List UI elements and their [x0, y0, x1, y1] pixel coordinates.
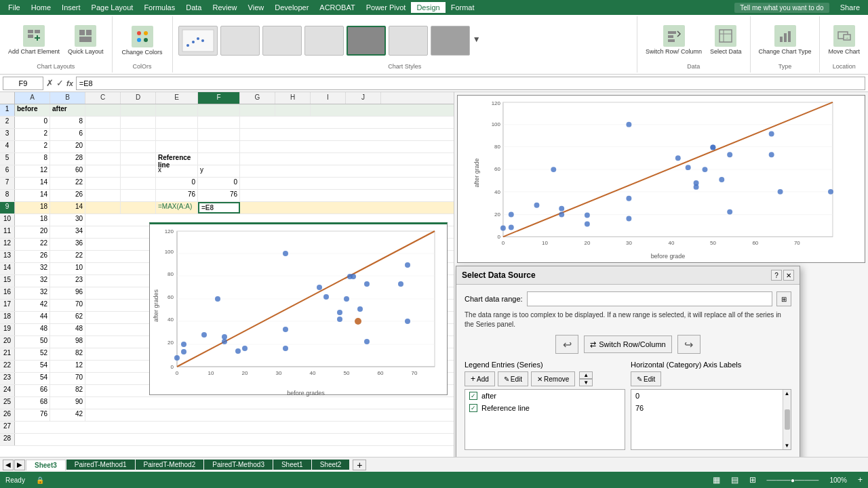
- series-checkbox-after[interactable]: ✓: [469, 392, 477, 400]
- select-data-button[interactable]: Select Data: [707, 24, 745, 57]
- change-colors-button[interactable]: Change Colors: [118, 24, 167, 57]
- undo-arrow-button[interactable]: ↩: [555, 335, 578, 354]
- edit-series-button[interactable]: ✎ Edit: [498, 371, 528, 386]
- edit-axis-button[interactable]: ✎ Edit: [631, 371, 661, 386]
- cell-e9[interactable]: =MAX(A:A): [156, 202, 198, 214]
- cell-c2[interactable]: [85, 117, 121, 128]
- series-checkbox-reference[interactable]: ✓: [469, 404, 477, 412]
- cell-e7[interactable]: 0: [156, 178, 198, 189]
- cell-f1[interactable]: [198, 104, 240, 116]
- add-sheet-button[interactable]: +: [353, 460, 366, 470]
- cell-e5[interactable]: Reference line: [156, 153, 198, 165]
- axis-scrollbar[interactable]: ▲ ▼: [783, 390, 791, 449]
- tab-navigate-right[interactable]: ▶: [14, 460, 25, 470]
- zoom-slider[interactable]: ─────●─────: [767, 476, 819, 484]
- quick-layout-button[interactable]: Quick Layout: [65, 24, 106, 57]
- cell-f7[interactable]: 0: [198, 178, 240, 189]
- switch-row-column-button[interactable]: Switch Row/ Column: [643, 24, 705, 57]
- cell-e6[interactable]: x: [156, 165, 198, 177]
- formula-input[interactable]: =E8: [76, 77, 865, 90]
- col-header-b[interactable]: B: [50, 92, 85, 104]
- ribbon-tab-page-layout[interactable]: Page Layout: [86, 2, 139, 13]
- ribbon-tab-developer[interactable]: Developer: [269, 2, 314, 13]
- move-chart-button[interactable]: → Move Chart: [825, 24, 863, 57]
- cell-a4[interactable]: 2: [15, 141, 50, 152]
- cell-a3[interactable]: 2: [15, 129, 50, 140]
- cell-e1[interactable]: [156, 104, 198, 116]
- col-header-f[interactable]: F: [198, 92, 240, 104]
- cell-a5[interactable]: 8: [15, 153, 50, 165]
- ribbon-tab-data[interactable]: Data: [180, 2, 207, 13]
- chart-style-selected[interactable]: [347, 26, 386, 56]
- row-num[interactable]: 8: [0, 190, 15, 201]
- formula-confirm-icon[interactable]: ✓: [56, 78, 64, 88]
- chart-data-range-select-button[interactable]: ⊞: [776, 291, 791, 306]
- ribbon-tab-acrobat[interactable]: ACROBAT: [314, 2, 360, 13]
- cell-c1[interactable]: [85, 104, 121, 116]
- cell-b5[interactable]: 28: [50, 153, 85, 165]
- view-pagebreak-button[interactable]: ⊞: [749, 475, 756, 485]
- cell-b3[interactable]: 6: [50, 129, 85, 140]
- inline-chart[interactable]: after grades before grades 0 20 40 60 80…: [149, 222, 448, 395]
- add-series-button[interactable]: + Add: [465, 371, 495, 386]
- remove-series-button[interactable]: ✕ Remove: [531, 371, 575, 386]
- col-header-c[interactable]: C: [85, 92, 121, 104]
- chart-style-3[interactable]: [262, 26, 302, 56]
- cell-d2[interactable]: [121, 117, 156, 128]
- col-header-a[interactable]: A: [15, 92, 50, 104]
- cell-e8[interactable]: 76: [156, 190, 198, 201]
- cell-a6[interactable]: 12: [15, 165, 50, 177]
- dialog-help-button[interactable]: ?: [771, 270, 782, 281]
- cell-b1[interactable]: after: [50, 104, 85, 116]
- row-num[interactable]: 3: [0, 129, 15, 140]
- switch-row-column-dialog-button[interactable]: ⇄ Switch Row/Column: [584, 336, 671, 353]
- ribbon-tab-formulas[interactable]: Formulas: [138, 2, 180, 13]
- series-item-after[interactable]: ✓ after: [465, 390, 625, 402]
- chart-styles-expand[interactable]: ▼: [473, 35, 484, 47]
- col-header-i[interactable]: I: [311, 92, 346, 104]
- chart-data-range-input[interactable]: [527, 291, 772, 306]
- sheet-tab-sheet1[interactable]: Sheet1: [273, 460, 311, 470]
- sheet-tab-pairedt3[interactable]: PairedT-Method3: [204, 460, 273, 470]
- search-box[interactable]: Tell me what you want to do: [734, 3, 829, 13]
- share-button[interactable]: Share: [835, 2, 865, 13]
- cell-b4[interactable]: 20: [50, 141, 85, 152]
- tab-navigate-left[interactable]: ◀: [3, 460, 14, 470]
- cell-b2[interactable]: 8: [50, 117, 85, 128]
- row-num[interactable]: 7: [0, 178, 15, 189]
- row-num[interactable]: 4: [0, 141, 15, 152]
- formula-cancel-icon[interactable]: ✗: [46, 78, 54, 88]
- cell-f8[interactable]: 76: [198, 190, 240, 201]
- cell-b6[interactable]: 60: [50, 165, 85, 177]
- series-down-button[interactable]: ▼: [579, 379, 593, 386]
- redo-arrow-button[interactable]: ↪: [677, 335, 701, 354]
- col-header-d[interactable]: D: [121, 92, 156, 104]
- cell-f6[interactable]: y: [198, 165, 240, 177]
- ribbon-tab-format[interactable]: Format: [446, 2, 480, 13]
- sheet-tab-pairedt2[interactable]: PairedT-Method2: [136, 460, 204, 470]
- cell-d1[interactable]: [121, 104, 156, 116]
- cell-g1[interactable]: [240, 104, 275, 116]
- dialog-close-button[interactable]: ✕: [783, 270, 794, 281]
- sheet-tab-sheet2[interactable]: Sheet2: [312, 460, 350, 470]
- cell-a2[interactable]: 0: [15, 117, 50, 128]
- change-chart-type-button[interactable]: Change Chart Type: [756, 24, 814, 57]
- chart-style-1[interactable]: [178, 26, 218, 56]
- ribbon-tab-file[interactable]: File: [3, 2, 26, 13]
- col-header-h[interactable]: H: [275, 92, 311, 104]
- name-box[interactable]: F9: [3, 77, 43, 90]
- cell-f9-active[interactable]: =E8: [198, 202, 240, 214]
- col-header-e[interactable]: E: [156, 92, 198, 104]
- chart-style-6[interactable]: [431, 26, 470, 56]
- cell-a1[interactable]: before: [15, 104, 50, 116]
- view-normal-button[interactable]: ▦: [713, 475, 720, 485]
- cell-e2[interactable]: [156, 117, 198, 128]
- series-up-button[interactable]: ▲: [579, 371, 593, 379]
- row-num[interactable]: 2: [0, 117, 15, 128]
- cell-h1[interactable]: [275, 104, 311, 116]
- col-header-j[interactable]: J: [346, 92, 381, 104]
- row-num[interactable]: 1: [0, 104, 15, 116]
- ribbon-tab-home[interactable]: Home: [26, 2, 56, 13]
- row-num[interactable]: 9: [0, 202, 15, 214]
- ribbon-tab-power-pivot[interactable]: Power Pivot: [361, 2, 412, 13]
